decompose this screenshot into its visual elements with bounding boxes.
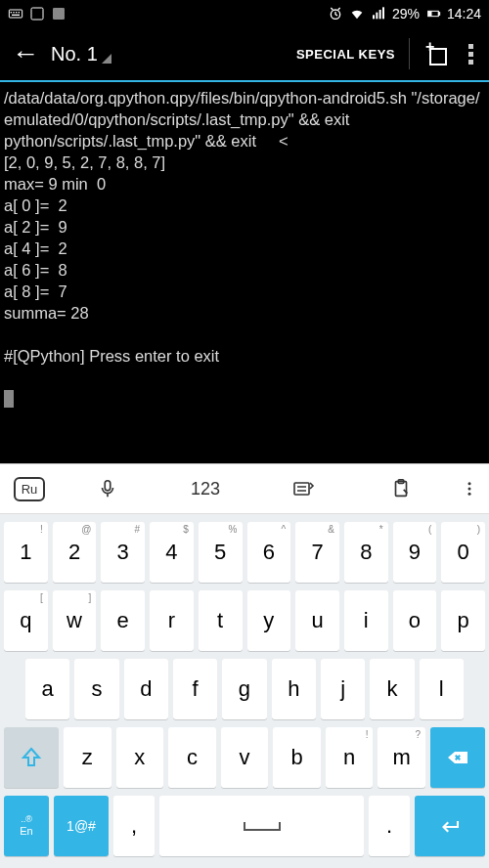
backspace-key[interactable] xyxy=(430,727,485,788)
key-2[interactable]: 2@ xyxy=(53,522,97,583)
svg-rect-7 xyxy=(53,8,65,20)
cursor xyxy=(4,390,14,408)
divider xyxy=(409,38,410,69)
svg-rect-9 xyxy=(373,15,375,19)
voice-input-button[interactable] xyxy=(59,464,156,513)
back-button[interactable]: ← xyxy=(12,38,39,69)
svg-point-20 xyxy=(468,482,471,485)
session-dropdown[interactable]: No. 1 xyxy=(51,43,111,65)
svg-rect-5 xyxy=(12,15,20,16)
key-v[interactable]: v xyxy=(221,727,269,788)
terminal-text: /data/data/org.qpython.qpy/files/bin/qpy… xyxy=(4,89,480,365)
clock: 14:24 xyxy=(447,6,481,22)
handwriting-button[interactable] xyxy=(254,464,352,513)
key-4[interactable]: 4$ xyxy=(150,522,194,583)
key-row-4: zxcvbn!m? xyxy=(4,727,485,788)
key-a[interactable]: a xyxy=(25,659,69,719)
key-z[interactable]: z xyxy=(64,727,111,788)
key-row-2: q[w]ertyuiop xyxy=(4,590,485,651)
key-n[interactable]: n! xyxy=(326,727,374,788)
svg-rect-17 xyxy=(294,483,309,495)
key-j[interactable]: j xyxy=(321,659,365,719)
enter-key[interactable] xyxy=(415,796,485,856)
key-f[interactable]: f xyxy=(173,659,217,719)
key-i[interactable]: i xyxy=(344,590,388,651)
battery-percent: 29% xyxy=(392,6,420,22)
svg-rect-4 xyxy=(19,12,20,13)
svg-point-22 xyxy=(468,493,471,496)
key-g[interactable]: g xyxy=(222,659,266,719)
key-u[interactable]: u xyxy=(295,590,339,651)
key-3[interactable]: 3# xyxy=(101,522,145,583)
clipboard-button[interactable] xyxy=(352,464,450,513)
wifi-icon xyxy=(349,6,365,22)
svg-rect-11 xyxy=(379,10,381,19)
key-row-5: ..® En 1@# , . xyxy=(4,796,485,856)
numeric-button[interactable]: 123 xyxy=(156,464,254,513)
key-x[interactable]: x xyxy=(116,727,164,788)
svg-rect-0 xyxy=(9,10,22,18)
new-session-button[interactable]: + xyxy=(423,42,447,65)
svg-rect-10 xyxy=(376,13,378,20)
key-e[interactable]: e xyxy=(101,590,145,651)
key-1[interactable]: 1! xyxy=(4,522,48,583)
terminal-output[interactable]: /data/data/org.qpython.qpy/files/bin/qpy… xyxy=(0,82,489,424)
svg-rect-16 xyxy=(105,481,111,491)
space-key[interactable] xyxy=(159,796,364,856)
key-w[interactable]: w] xyxy=(53,590,97,651)
key-o[interactable]: o xyxy=(393,590,437,651)
key-y[interactable]: y xyxy=(247,590,291,651)
period-key[interactable]: . xyxy=(369,796,410,856)
svg-rect-3 xyxy=(16,12,17,13)
key-c[interactable]: c xyxy=(168,727,216,788)
status-bar: 29% 14:24 xyxy=(0,0,489,27)
alarm-icon xyxy=(328,6,343,22)
keyboard-toolbar: Ru 123 xyxy=(0,463,489,514)
key-row-1: 1!2@3#4$5%6^7&8*9(0) xyxy=(4,522,485,583)
overflow-menu-button[interactable] xyxy=(465,40,477,68)
key-d[interactable]: d xyxy=(124,659,168,719)
svg-rect-2 xyxy=(13,12,14,13)
app-bar: ← No. 1 SPECIAL KEYS + xyxy=(0,27,489,82)
key-7[interactable]: 7& xyxy=(295,522,339,583)
svg-point-21 xyxy=(468,488,471,491)
svg-rect-15 xyxy=(428,12,431,16)
signal-icon xyxy=(371,6,386,22)
app-status-icon-2 xyxy=(51,6,67,22)
chevron-down-icon xyxy=(102,54,111,64)
key-8[interactable]: 8* xyxy=(344,522,388,583)
key-6[interactable]: 6^ xyxy=(247,522,291,583)
keyboard-settings-button[interactable] xyxy=(450,464,489,513)
key-h[interactable]: h xyxy=(272,659,316,719)
shift-key[interactable] xyxy=(4,727,59,788)
comma-key[interactable]: , xyxy=(113,796,155,856)
key-5[interactable]: 5% xyxy=(199,522,243,583)
language-toggle[interactable]: Ru xyxy=(0,464,59,513)
key-p[interactable]: p xyxy=(441,590,485,651)
special-keys-button[interactable]: SPECIAL KEYS xyxy=(296,47,395,62)
key-0[interactable]: 0) xyxy=(441,522,485,583)
key-r[interactable]: r xyxy=(150,590,194,651)
svg-rect-1 xyxy=(11,12,12,13)
keyboard-status-icon xyxy=(8,6,23,22)
key-l[interactable]: l xyxy=(420,659,464,719)
key-row-3: asdfghjkl xyxy=(4,659,485,719)
svg-rect-12 xyxy=(382,7,384,19)
key-t[interactable]: t xyxy=(199,590,243,651)
symbols-key[interactable]: 1@# xyxy=(54,796,109,856)
app-status-icon-1 xyxy=(29,6,45,22)
key-9[interactable]: 9( xyxy=(393,522,437,583)
key-b[interactable]: b xyxy=(273,727,321,788)
svg-rect-14 xyxy=(438,13,439,16)
session-title: No. 1 xyxy=(51,43,98,65)
key-s[interactable]: s xyxy=(74,659,118,719)
key-q[interactable]: q[ xyxy=(4,590,48,651)
key-m[interactable]: m? xyxy=(378,727,425,788)
language-key[interactable]: ..® En xyxy=(4,796,49,856)
key-k[interactable]: k xyxy=(370,659,414,719)
battery-icon xyxy=(425,6,441,22)
svg-rect-6 xyxy=(31,8,43,20)
soft-keyboard: Ru 123 1!2@3#4$5%6^7&8*9(0) q[w]ertyuiop… xyxy=(0,463,489,868)
